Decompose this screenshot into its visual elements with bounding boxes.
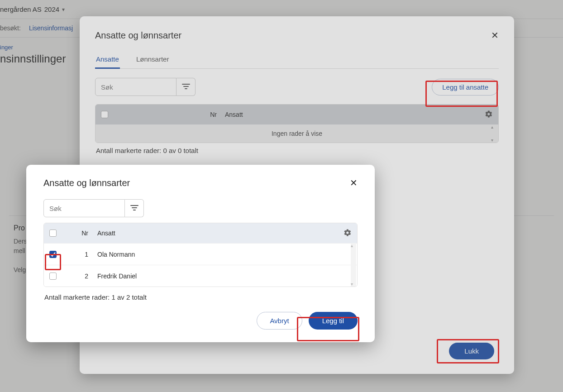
add-button[interactable]: Legg til bbox=[309, 312, 358, 330]
add-employees-button[interactable]: Legg til ansatte bbox=[432, 79, 499, 96]
scrollbar[interactable]: ▴▾ bbox=[491, 124, 497, 143]
close-icon[interactable]: ✕ bbox=[491, 30, 499, 41]
table-settings-button[interactable] bbox=[479, 110, 493, 120]
row-checkbox[interactable] bbox=[49, 251, 57, 258]
table-header: Nr Ansatt bbox=[95, 105, 498, 124]
employees-select-table: Nr Ansatt 1 Ola Normann 2 Fredrik Daniel… bbox=[43, 223, 358, 287]
gear-icon bbox=[344, 229, 352, 237]
table-row[interactable]: 2 Fredrik Daniel bbox=[44, 265, 357, 287]
selected-count: Antall markerte rader: 1 av 2 totalt bbox=[43, 290, 358, 301]
select-all-checkbox[interactable] bbox=[101, 111, 108, 118]
tab-ansatte[interactable]: Ansatte bbox=[95, 52, 120, 69]
table-row[interactable]: 1 Ola Normann bbox=[44, 243, 357, 265]
row-checkbox[interactable] bbox=[49, 272, 57, 280]
modal-title: Ansatte og lønnsarter bbox=[43, 178, 130, 188]
table-header: Nr Ansatt bbox=[44, 223, 357, 243]
modal-title: Ansatte og lønnsarter bbox=[95, 30, 181, 41]
filter-icon bbox=[182, 83, 190, 91]
empty-text: Ingen rader å vise bbox=[272, 130, 322, 137]
modal-add-employees: Ansatte og lønnsarter ✕ Nr Ansatt 1 Ola … bbox=[26, 165, 375, 342]
row-nr: 2 bbox=[65, 272, 97, 280]
filter-icon bbox=[130, 205, 138, 212]
search-group bbox=[43, 199, 144, 217]
filter-button[interactable] bbox=[177, 78, 196, 96]
column-ansatt: Ansatt bbox=[225, 111, 479, 118]
row-ansatt: Fredrik Daniel bbox=[97, 272, 352, 280]
employees-table: Nr Ansatt Ingen rader å vise ▴▾ bbox=[95, 104, 499, 143]
row-ansatt: Ola Normann bbox=[97, 251, 352, 258]
filter-button[interactable] bbox=[125, 199, 144, 217]
column-nr: Nr bbox=[65, 229, 97, 237]
scrollbar[interactable]: ▴▾ bbox=[351, 243, 356, 287]
cancel-button[interactable]: Avbryt bbox=[257, 312, 302, 330]
selected-count: Antall markerte rader: 0 av 0 totalt bbox=[95, 143, 499, 154]
select-all-checkbox[interactable] bbox=[49, 229, 57, 237]
close-button[interactable]: Lukk bbox=[449, 343, 494, 359]
search-input[interactable] bbox=[43, 199, 125, 217]
search-input[interactable] bbox=[95, 78, 177, 96]
close-icon[interactable]: ✕ bbox=[350, 177, 358, 188]
empty-state: Ingen rader å vise ▴▾ bbox=[95, 124, 498, 143]
gear-icon bbox=[485, 110, 493, 118]
table-settings-button[interactable] bbox=[338, 229, 352, 238]
column-ansatt: Ansatt bbox=[97, 229, 338, 237]
tabs: Ansatte Lønnsarter bbox=[95, 52, 499, 69]
column-nr: Nr bbox=[116, 111, 225, 118]
row-nr: 1 bbox=[65, 251, 97, 258]
tab-lonnsarter[interactable]: Lønnsarter bbox=[135, 52, 170, 68]
search-group bbox=[95, 78, 196, 96]
